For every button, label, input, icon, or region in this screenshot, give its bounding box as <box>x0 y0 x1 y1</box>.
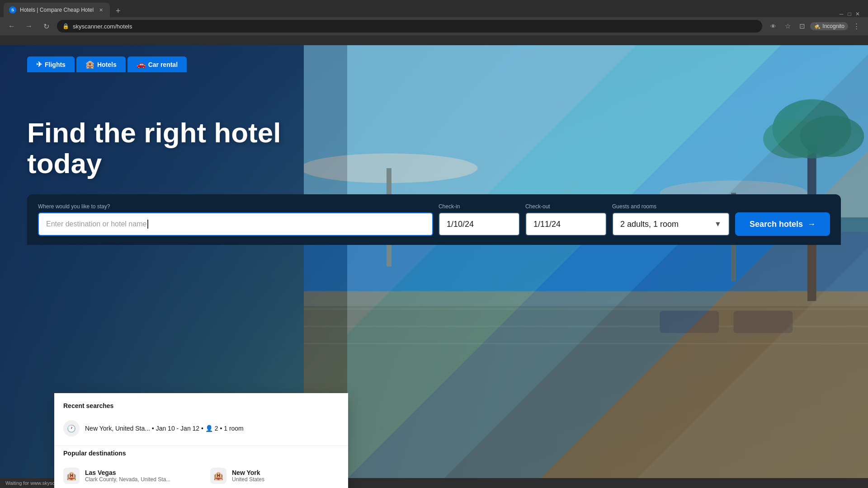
dest-sub-new-york: United States <box>232 476 264 483</box>
destination-group: Where would you like to stay? Enter dest… <box>38 203 433 236</box>
beach-decoration-svg <box>304 45 868 488</box>
nav-tab-flights[interactable]: ✈ Flights <box>27 56 75 72</box>
incognito-button[interactable]: 🕵 Incognito <box>810 22 848 30</box>
dest-name-las-vegas: Las Vegas <box>85 469 170 476</box>
address-bar[interactable]: 🔒 skyscanner.com/hotels <box>57 20 762 33</box>
flights-icon: ✈ <box>36 60 42 69</box>
recent-search-item[interactable]: 🕐 New York, United Sta... • Jan 10 - Jan… <box>54 415 348 442</box>
nav-tab-car-rental[interactable]: 🚗 Car rental <box>127 56 187 72</box>
dest-sub-las-vegas: Clark County, Nevada, United Sta... <box>85 476 170 483</box>
back-button[interactable]: ← <box>5 20 18 33</box>
dest-icon-new-york: 🏨 <box>210 468 226 484</box>
svg-point-17 <box>800 116 864 157</box>
destination-placeholder: Enter destination or hotel name <box>46 220 146 228</box>
recent-searches-title: Recent searches <box>54 402 348 415</box>
tab-close-button[interactable]: ✕ <box>97 6 104 14</box>
lock-icon: 🔒 <box>62 23 69 29</box>
reload-button[interactable]: ↻ <box>40 20 52 33</box>
incognito-icon: 🕵 <box>814 23 821 29</box>
bookmark-button[interactable]: ☆ <box>781 20 794 33</box>
cursor <box>147 220 148 229</box>
destination-input[interactable]: Enter destination or hotel name <box>38 212 433 236</box>
nav-strip: ✈ Flights 🏨 Hotels 🚗 Car rental <box>0 45 868 72</box>
svg-rect-13 <box>734 311 793 333</box>
browser-actions: 👁 ☆ ⊡ 🕵 Incognito ⋮ <box>767 20 863 33</box>
checkout-label: Check-out <box>525 203 607 210</box>
menu-button[interactable]: ⋮ <box>850 20 863 33</box>
checkout-value: 1/11/24 <box>533 220 561 229</box>
tab-title: Hotels | Compare Cheap Hotel <box>20 7 94 13</box>
guests-value: 2 adults, 1 room <box>620 220 679 229</box>
checkin-label: Check-in <box>439 203 520 210</box>
close-button[interactable]: ✕ <box>854 11 861 17</box>
checkin-input[interactable]: 1/10/24 <box>439 212 520 236</box>
browser-chrome: S Hotels | Compare Cheap Hotel ✕ + ─ □ ✕… <box>0 0 868 45</box>
svg-rect-7 <box>304 343 868 344</box>
incognito-label: Incognito <box>822 23 844 29</box>
divider <box>54 446 348 446</box>
checkout-input[interactable]: 1/11/24 <box>525 212 607 236</box>
new-tab-button[interactable]: + <box>112 5 124 17</box>
hotels-icon: 🏨 <box>85 60 94 69</box>
checkin-group: Check-in 1/10/24 <box>439 203 520 236</box>
search-widget: Where would you like to stay? Enter dest… <box>27 194 841 245</box>
guests-input[interactable]: 2 adults, 1 room ▼ <box>612 212 730 236</box>
address-bar-row: ← → ↻ 🔒 skyscanner.com/hotels 👁 ☆ ⊡ 🕵 In… <box>0 17 868 35</box>
browser-tab[interactable]: S Hotels | Compare Cheap Hotel ✕ <box>4 3 110 17</box>
dest-name-new-york: New York <box>232 469 264 476</box>
minimize-button[interactable]: ─ <box>838 11 844 17</box>
popular-destinations-title: Popular destinations <box>54 450 348 462</box>
svg-rect-12 <box>660 311 719 333</box>
recent-search-text: New York, United Sta... • Jan 10 - Jan 1… <box>85 425 244 432</box>
guests-group: Guests and rooms 2 adults, 1 room ▼ <box>612 203 730 236</box>
hero-text: Find the right hotel today <box>27 117 344 179</box>
page-content: ✈ Flights 🏨 Hotels 🚗 Car rental Find the… <box>0 45 868 488</box>
hero-title: Find the right hotel today <box>27 117 344 179</box>
forward-button[interactable]: → <box>23 20 35 33</box>
eye-icon[interactable]: 👁 <box>767 20 779 33</box>
checkout-group: Check-out 1/11/24 <box>525 203 607 236</box>
split-view-button[interactable]: ⊡ <box>796 20 808 33</box>
dest-item-las-vegas[interactable]: 🏨 Las Vegas Clark County, Nevada, United… <box>54 462 201 488</box>
svg-rect-5 <box>304 309 868 310</box>
checkin-value: 1/10/24 <box>447 220 474 229</box>
nav-tab-hotels-label: Hotels <box>97 61 117 68</box>
destination-label: Where would you like to stay? <box>38 203 433 210</box>
nav-tab-hotels[interactable]: 🏨 Hotels <box>76 56 126 72</box>
svg-rect-4 <box>304 306 868 488</box>
dest-item-new-york[interactable]: 🏨 New York United States <box>201 462 348 488</box>
search-form: Where would you like to stay? Enter dest… <box>27 194 841 245</box>
maximize-button[interactable]: □ <box>846 11 853 17</box>
dest-icon-las-vegas: 🏨 <box>63 468 80 484</box>
recent-search-icon: 🕐 <box>63 420 80 436</box>
car-icon: 🚗 <box>137 60 146 69</box>
search-arrow-icon: → <box>807 220 816 229</box>
person-icon: 👤 <box>205 425 213 432</box>
search-hotels-label: Search hotels <box>750 220 803 229</box>
chevron-down-icon: ▼ <box>714 220 722 228</box>
guests-label: Guests and rooms <box>612 203 730 210</box>
nav-tab-flights-label: Flights <box>45 61 66 68</box>
dropdown-panel: Recent searches 🕐 New York, United Sta..… <box>54 393 348 488</box>
tab-bar: S Hotels | Compare Cheap Hotel ✕ + ─ □ ✕ <box>0 0 868 17</box>
url-text: skyscanner.com/hotels <box>73 23 132 30</box>
nav-tab-car-label: Car rental <box>148 61 178 68</box>
search-hotels-button[interactable]: Search hotels → <box>735 212 830 236</box>
tab-favicon: S <box>9 6 16 14</box>
popular-destinations-grid: 🏨 Las Vegas Clark County, Nevada, United… <box>54 462 348 488</box>
